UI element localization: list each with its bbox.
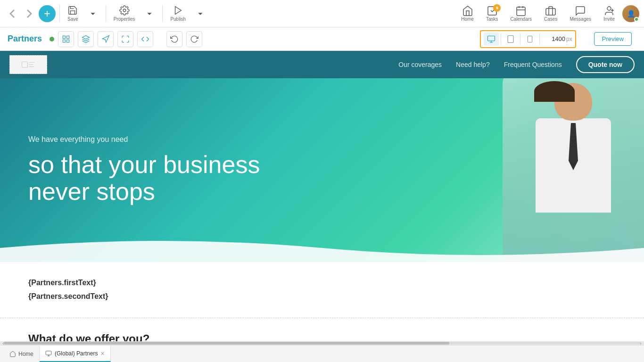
hero-subtitle: We have everything you need bbox=[28, 135, 260, 144]
select-tool-button[interactable] bbox=[117, 31, 133, 47]
quote-now-button[interactable]: Quote now bbox=[576, 56, 635, 73]
separator1 bbox=[59, 5, 60, 22]
mobile-viewport-button[interactable] bbox=[522, 33, 537, 46]
vp-sep3 bbox=[539, 33, 540, 45]
save-button[interactable]: Save bbox=[64, 3, 82, 24]
svg-rect-23 bbox=[22, 62, 28, 67]
messages-nav-button[interactable]: Messages bbox=[565, 4, 596, 23]
code-tool-button[interactable] bbox=[137, 31, 153, 47]
online-status-dot bbox=[634, 17, 639, 22]
vp-sep2 bbox=[520, 33, 520, 45]
second-text-var: {Partners.secondText} bbox=[28, 290, 616, 304]
second-toolbar: Partners px Preview bbox=[0, 27, 644, 51]
tab-close-button[interactable]: × bbox=[100, 350, 104, 357]
page-status-dot bbox=[50, 37, 54, 41]
page-title: Partners bbox=[8, 34, 42, 44]
svg-rect-16 bbox=[488, 36, 495, 41]
hero-title: so that your business never stops bbox=[28, 151, 260, 205]
content-section: {Partners.firstText} {Partners.secondTex… bbox=[0, 262, 644, 318]
nav-link-coverages[interactable]: Our coverages bbox=[398, 61, 442, 68]
forward-button[interactable] bbox=[22, 6, 37, 21]
svg-rect-11 bbox=[67, 36, 69, 38]
cases-nav-button[interactable]: Cases bbox=[539, 4, 562, 23]
layers-tool-button[interactable] bbox=[78, 31, 94, 47]
canvas-area: Our coverages Need help? Frequent Questi… bbox=[0, 51, 644, 341]
scroll-left-arrow[interactable]: ‹ bbox=[1, 341, 6, 345]
tasks-badge: 9 bbox=[493, 4, 501, 12]
separator2 bbox=[106, 5, 106, 22]
home-nav-button[interactable]: Home bbox=[456, 4, 479, 23]
svg-rect-10 bbox=[63, 36, 65, 38]
svg-point-7 bbox=[607, 7, 611, 10]
svg-rect-24 bbox=[46, 351, 51, 354]
svg-rect-21 bbox=[528, 36, 532, 42]
save-dropdown-button[interactable] bbox=[84, 7, 102, 21]
site-nav-links: Our coverages Need help? Frequent Questi… bbox=[398, 56, 635, 73]
redo-button[interactable] bbox=[186, 31, 202, 47]
invite-nav-button[interactable]: Invite bbox=[599, 4, 619, 23]
publish-dropdown-button[interactable] bbox=[191, 7, 209, 21]
properties-button[interactable]: Properties bbox=[110, 3, 139, 24]
site-logo[interactable] bbox=[9, 55, 47, 74]
undo-button[interactable] bbox=[166, 31, 182, 47]
preview-button[interactable]: Preview bbox=[594, 32, 632, 46]
scroll-thumb[interactable] bbox=[4, 342, 449, 345]
user-avatar[interactable]: 👤 bbox=[622, 5, 639, 22]
viewport-controls: px bbox=[480, 30, 576, 48]
svg-rect-6 bbox=[546, 8, 555, 15]
first-text-var: {Partners.firstText} bbox=[28, 276, 616, 290]
hero-section: We have everything you need so that your… bbox=[0, 78, 644, 262]
svg-point-0 bbox=[123, 9, 126, 12]
horizontal-scrollbar[interactable]: ‹ › bbox=[0, 341, 644, 345]
desktop-viewport-button[interactable] bbox=[484, 33, 499, 46]
hero-wave bbox=[0, 234, 644, 262]
svg-marker-1 bbox=[175, 7, 181, 15]
svg-rect-2 bbox=[517, 7, 525, 16]
calendars-nav-button[interactable]: Calendars bbox=[505, 4, 537, 23]
offer-section: What do we offer you? We design insuranc… bbox=[0, 318, 644, 341]
tasks-nav-button[interactable]: 9 Tasks bbox=[481, 4, 503, 23]
px-label: px bbox=[566, 36, 572, 42]
nav-tool-button[interactable] bbox=[98, 31, 114, 47]
svg-marker-14 bbox=[83, 35, 90, 39]
vp-sep1 bbox=[501, 33, 501, 45]
grid-tool-button[interactable] bbox=[58, 31, 74, 47]
top-toolbar: + Save Properties Publish Home 9 Tasks bbox=[0, 0, 644, 27]
width-input[interactable] bbox=[542, 35, 565, 42]
svg-rect-13 bbox=[63, 40, 65, 42]
top-nav-right: Home 9 Tasks Calendars Cases Messages In… bbox=[456, 4, 639, 23]
svg-rect-12 bbox=[67, 40, 69, 42]
home-tab[interactable]: Home bbox=[4, 346, 40, 362]
hero-text: We have everything you need so that your… bbox=[28, 135, 260, 205]
nav-link-help[interactable]: Need help? bbox=[456, 61, 490, 68]
svg-marker-15 bbox=[102, 35, 109, 42]
nav-link-faq[interactable]: Frequent Questions bbox=[504, 61, 562, 68]
partners-tab[interactable]: (Global) Partners × bbox=[40, 346, 111, 362]
site-preview: Our coverages Need help? Frequent Questi… bbox=[0, 51, 644, 341]
tablet-viewport-button[interactable] bbox=[503, 33, 518, 46]
back-button[interactable] bbox=[5, 6, 20, 21]
svg-rect-19 bbox=[508, 35, 513, 42]
properties-dropdown-button[interactable] bbox=[140, 7, 158, 21]
add-button[interactable]: + bbox=[39, 5, 56, 22]
separator3 bbox=[162, 5, 163, 22]
site-navigation: Our coverages Need help? Frequent Questi… bbox=[0, 51, 644, 78]
publish-button[interactable]: Publish bbox=[166, 3, 190, 24]
scroll-right-arrow[interactable]: › bbox=[638, 341, 643, 345]
offer-title: What do we offer you? bbox=[28, 332, 616, 341]
bottom-tabs-bar: Home (Global) Partners × bbox=[0, 345, 644, 362]
